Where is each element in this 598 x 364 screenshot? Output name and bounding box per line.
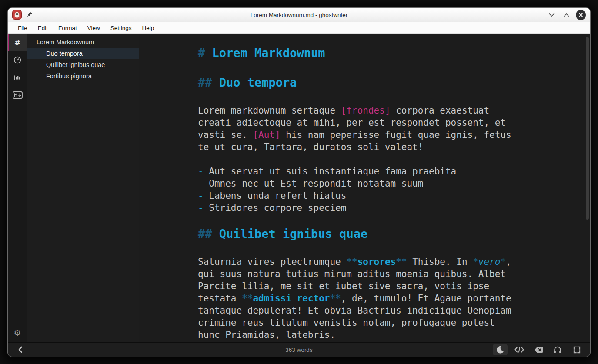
editor-line: Parcite lilia, me sit et iubet sive sacr… — [198, 280, 573, 292]
chevron-left-icon — [18, 346, 23, 353]
backspace-icon — [534, 347, 543, 353]
heading-block: # Lorem Markdownum — [198, 46, 573, 60]
menu-help[interactable]: Help — [138, 23, 159, 33]
gauge-icon — [13, 56, 22, 64]
editor-line: - Omnes nec ut Est respondit notatam suu… — [198, 177, 573, 190]
bar-chart-icon — [13, 73, 22, 82]
chevron-down-icon — [549, 13, 555, 17]
toolbar-spacer — [8, 104, 27, 323]
markdown-icon — [13, 91, 23, 99]
focus-mode-button[interactable] — [550, 344, 565, 355]
editor-line: - Aut servat ut suis instantiaque fama p… — [198, 165, 573, 177]
editor-content[interactable]: # Lorem Markdownum## Duo temporaLorem ma… — [139, 34, 590, 342]
outline-item-lorem-markdownum[interactable]: Lorem Markdownum — [27, 37, 139, 48]
editor-scrollbar[interactable] — [586, 37, 589, 220]
heading-block: ## Duo tempora — [198, 76, 573, 90]
tool-outline[interactable]: # — [8, 34, 27, 51]
editor-line: - Labens unda refert hiatus — [198, 190, 573, 202]
editor-line: vasti se. [Aut] his nam peperisse fugit … — [198, 129, 573, 141]
editor-line: qui suus natura tutius mirum aditus moen… — [198, 268, 573, 280]
code-icon — [514, 346, 524, 353]
outline-item-duo-tempora[interactable]: Duo tempora — [27, 48, 139, 59]
moon-icon — [496, 345, 504, 354]
editor-line: ## Duo tempora — [198, 76, 573, 90]
outline-panel: Lorem MarkdownumDuo temporaQuilibet igni… — [27, 34, 139, 342]
window-controls — [546, 10, 586, 20]
title-bar: Lorem Markdownum.md - ghostwriter — [8, 8, 590, 22]
close-button[interactable] — [576, 10, 586, 20]
menu-view[interactable]: View — [83, 23, 104, 33]
editor-line: # Lorem Markdownum — [198, 46, 573, 60]
menu-bar: FileEditFormatViewSettingsHelp — [8, 22, 590, 34]
menu-edit[interactable]: Edit — [33, 23, 52, 33]
dark-mode-button[interactable] — [493, 344, 508, 355]
editor-line: te ut cura, Tartara, duratos soli valeat… — [198, 141, 573, 153]
window-title: Lorem Markdownum.md - ghostwriter — [8, 12, 590, 18]
pin-icon — [26, 11, 33, 18]
paragraph-block: Lorem markdownum sertaque [frondes] corp… — [198, 104, 573, 153]
chevron-up-icon — [564, 13, 569, 17]
settings-button[interactable]: ⚙ — [8, 323, 27, 342]
heading-block: ## Quilibet ignibus quae — [198, 227, 573, 241]
editor: # Lorem Markdownum## Duo temporaLorem ma… — [139, 34, 590, 342]
editor-line: hunc Priamidas, latebris. — [198, 329, 573, 341]
editor-line: Lorem markdownum sertaque [frondes] corp… — [198, 104, 573, 117]
html-preview-button[interactable] — [512, 344, 527, 355]
app-window: Lorem Markdownum.md - ghostwriter FileEd… — [8, 8, 590, 357]
maximize-button[interactable] — [561, 10, 571, 20]
fullscreen-icon — [573, 346, 581, 354]
tool-document-statistics[interactable] — [8, 69, 27, 86]
menu-file[interactable]: File — [13, 23, 32, 33]
list-block: - Aut servat ut suis instantiaque fama p… — [198, 165, 573, 214]
hide-sidebar-button[interactable] — [14, 344, 26, 355]
status-bar: 363 words — [8, 342, 590, 357]
minimize-button[interactable] — [546, 10, 557, 20]
menu-format[interactable]: Format — [54, 23, 81, 33]
fullscreen-button[interactable] — [569, 344, 584, 355]
status-buttons — [493, 344, 584, 355]
editor-line: - Stridores corpore speciem — [198, 202, 573, 214]
hashtag-icon: # — [14, 38, 20, 47]
close-icon — [578, 13, 583, 17]
ghost-app-icon — [12, 10, 22, 20]
title-bar-left — [12, 10, 33, 20]
tool-cheat-sheet[interactable] — [8, 86, 27, 104]
main-area: # — [8, 34, 590, 342]
outline-item-fortibus-pignora[interactable]: Fortibus pignora — [27, 70, 139, 82]
paragraph-block: Saturnia vires plectrumque **sorores** T… — [198, 256, 573, 341]
editor-line: creati adiectoque at mihi, per est respo… — [198, 117, 573, 129]
outline-item-quilibet-ignibus-quae[interactable]: Quilibet ignibus quae — [27, 59, 139, 70]
menu-settings[interactable]: Settings — [106, 23, 136, 33]
headphones-icon — [553, 346, 562, 354]
gear-icon: ⚙ — [13, 328, 21, 337]
sidebar-toolbar: # — [8, 34, 27, 342]
editor-line: Saturnia vires plectrumque **sorores** T… — [198, 256, 573, 268]
editor-line: crimine reus titulum venistis notam, pro… — [198, 317, 573, 329]
editor-line: ## Quilibet ignibus quae — [198, 227, 573, 241]
hemingway-mode-button[interactable] — [531, 344, 546, 355]
editor-line: testata **admissi rector**, de, tumulo! … — [198, 292, 573, 304]
tool-session-statistics[interactable] — [8, 51, 27, 69]
editor-line: tantaque depulerat! Et obvia Bactrius in… — [198, 304, 573, 317]
